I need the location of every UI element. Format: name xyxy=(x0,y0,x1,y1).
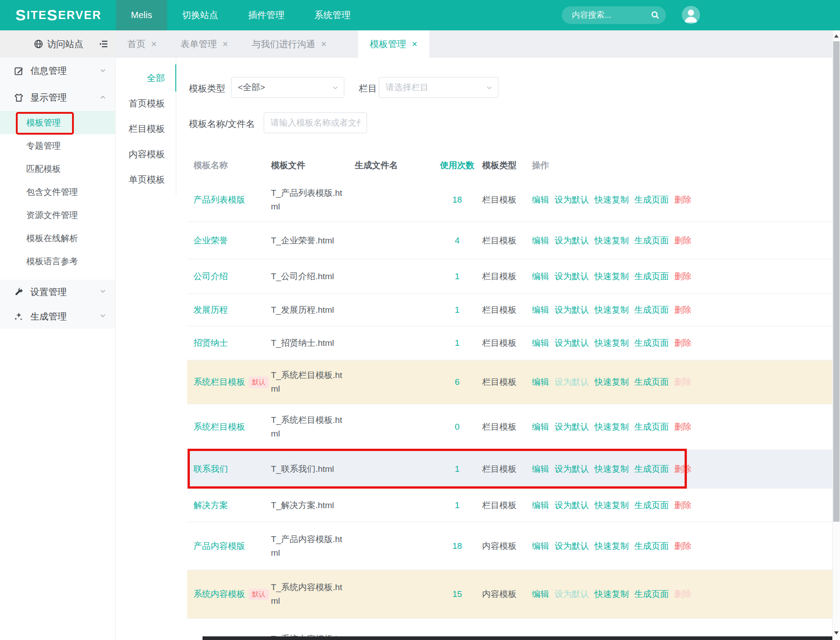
generate-page-link[interactable]: 生成页面 xyxy=(634,377,669,387)
quick-copy-link[interactable]: 快速复制 xyxy=(594,338,629,348)
close-icon[interactable]: ✕ xyxy=(151,40,157,48)
delete-link[interactable]: 删除 xyxy=(674,236,691,245)
template-name-link[interactable]: 解决方案 xyxy=(193,499,228,511)
sidebar-item-include-file-management[interactable]: 包含文件管理 xyxy=(0,180,115,204)
template-name-link[interactable]: 系统栏目模板 xyxy=(193,421,245,433)
edit-link[interactable]: 编辑 xyxy=(532,305,549,315)
edit-link[interactable]: 编辑 xyxy=(532,195,549,204)
edit-link[interactable]: 编辑 xyxy=(532,377,549,387)
edit-link[interactable]: 编辑 xyxy=(532,236,549,245)
delete-link[interactable]: 删除 xyxy=(674,422,691,432)
tab-communicate-with-us[interactable]: 与我们进行沟通 ✕ xyxy=(240,30,338,58)
set-default-link[interactable]: 设为默认 xyxy=(555,305,589,315)
scrollbar-thumb[interactable] xyxy=(833,41,840,522)
generate-page-link[interactable]: 生成页面 xyxy=(634,305,669,315)
close-icon[interactable]: ✕ xyxy=(321,40,327,48)
tab-template-management[interactable]: 模板管理 ✕ xyxy=(357,30,430,58)
sidebar-item-display-management[interactable]: 显示管理 xyxy=(0,84,115,111)
edit-link[interactable]: 编辑 xyxy=(532,464,549,474)
tab-home[interactable]: 首页 ✕ xyxy=(116,30,169,58)
quick-copy-link[interactable]: 快速复制 xyxy=(594,464,629,474)
sidebar-item-template-language-reference[interactable]: 模板语言参考 xyxy=(0,250,115,273)
delete-link[interactable]: 删除 xyxy=(674,464,691,474)
user-avatar[interactable] xyxy=(682,6,700,24)
sidebar-item-match-template[interactable]: 匹配模板 xyxy=(0,157,115,180)
template-name-link[interactable]: 公司介绍 xyxy=(193,271,228,282)
edit-link[interactable]: 编辑 xyxy=(532,272,549,281)
delete-link[interactable]: 删除 xyxy=(674,338,691,348)
template-name-link[interactable]: 联系我们 xyxy=(193,463,228,475)
quick-copy-link[interactable]: 快速复制 xyxy=(594,195,629,204)
close-icon[interactable]: ✕ xyxy=(411,40,417,48)
sidebar-item-topic-management[interactable]: 专题管理 xyxy=(0,134,115,157)
sidebar-item-template-management[interactable]: 模板管理 xyxy=(0,111,115,134)
close-icon[interactable]: ✕ xyxy=(222,40,228,48)
generate-page-link[interactable]: 生成页面 xyxy=(634,195,669,204)
edit-link[interactable]: 编辑 xyxy=(532,589,549,599)
generate-page-link[interactable]: 生成页面 xyxy=(634,422,669,432)
quick-copy-link[interactable]: 快速复制 xyxy=(594,589,629,599)
nav-site-melis[interactable]: Melis xyxy=(116,0,167,30)
quick-copy-link[interactable]: 快速复制 xyxy=(594,272,629,281)
sidebar-item-info-management[interactable]: 信息管理 xyxy=(0,58,115,84)
set-default-link[interactable]: 设为默认 xyxy=(555,338,589,348)
quick-copy-link[interactable]: 快速复制 xyxy=(594,422,629,432)
tab-form-management[interactable]: 表单管理 ✕ xyxy=(169,30,240,58)
sidebar-item-template-online-parse[interactable]: 模板在线解析 xyxy=(0,227,115,250)
nav-system-management[interactable]: 系统管理 xyxy=(299,0,366,30)
quick-copy-link[interactable]: 快速复制 xyxy=(594,500,629,510)
template-name-link[interactable]: 产品内容模版 xyxy=(193,540,245,552)
sidebar-item-settings-management[interactable]: 设置管理 xyxy=(0,280,115,304)
delete-link[interactable]: 删除 xyxy=(674,272,691,281)
sidebar-item-resource-file-management[interactable]: 资源文件管理 xyxy=(0,204,115,227)
subnav-all[interactable]: 全部 xyxy=(116,65,176,91)
set-default-link[interactable]: 设为默认 xyxy=(555,541,589,551)
delete-link[interactable]: 删除 xyxy=(674,305,691,315)
generate-page-link[interactable]: 生成页面 xyxy=(634,541,669,551)
generate-page-link[interactable]: 生成页面 xyxy=(634,464,669,474)
siteserver-logo[interactable]: SITESERVER xyxy=(15,0,101,30)
generate-page-link[interactable]: 生成页面 xyxy=(634,272,669,281)
subnav-content-template[interactable]: 内容模板 xyxy=(116,141,176,167)
template-name-link[interactable]: 系统栏目模板 xyxy=(193,376,245,388)
set-default-link[interactable]: 设为默认 xyxy=(555,500,589,510)
set-default-link[interactable]: 设为默认 xyxy=(555,272,589,281)
nav-switch-site[interactable]: 切换站点 xyxy=(167,0,233,30)
edit-link[interactable]: 编辑 xyxy=(532,500,549,510)
edit-link[interactable]: 编辑 xyxy=(532,338,549,348)
scroll-up-arrow-icon[interactable] xyxy=(834,34,839,38)
template-name-link[interactable]: 招贤纳士 xyxy=(193,337,228,349)
template-name-link[interactable]: 系统内容模板 xyxy=(193,588,245,600)
delete-link[interactable]: 删除 xyxy=(674,500,691,510)
generate-page-link[interactable]: 生成页面 xyxy=(634,589,669,599)
template-name-link[interactable]: 发展历程 xyxy=(193,304,228,316)
subnav-home-template[interactable]: 首页模板 xyxy=(116,91,176,116)
column-select[interactable]: 请选择栏目 xyxy=(379,77,498,98)
menu-fold-icon[interactable] xyxy=(98,39,109,49)
visit-site-button[interactable]: 访问站点 xyxy=(0,30,115,58)
delete-link[interactable]: 删除 xyxy=(674,541,691,551)
nav-plugin-management[interactable]: 插件管理 xyxy=(233,0,299,30)
subnav-single-page-template[interactable]: 单页模板 xyxy=(116,167,176,192)
sidebar-item-generate-management[interactable]: 生成管理 xyxy=(0,304,115,329)
vertical-scrollbar[interactable] xyxy=(832,30,840,640)
set-default-link[interactable]: 设为默认 xyxy=(555,464,589,474)
search-icon[interactable] xyxy=(651,10,660,19)
scroll-down-arrow-icon[interactable] xyxy=(834,631,839,635)
quick-copy-link[interactable]: 快速复制 xyxy=(594,236,629,245)
subnav-channel-template[interactable]: 栏目模板 xyxy=(116,116,176,141)
quick-copy-link[interactable]: 快速复制 xyxy=(594,541,629,551)
template-type-select[interactable]: <全部> xyxy=(231,77,344,98)
template-name-filter-input[interactable] xyxy=(264,112,367,133)
set-default-link[interactable]: 设为默认 xyxy=(555,195,589,204)
generate-page-link[interactable]: 生成页面 xyxy=(634,236,669,245)
template-name-link[interactable]: 企业荣誉 xyxy=(193,235,228,247)
edit-link[interactable]: 编辑 xyxy=(532,541,549,551)
set-default-link[interactable]: 设为默认 xyxy=(555,236,589,245)
generate-page-link[interactable]: 生成页面 xyxy=(634,338,669,348)
edit-link[interactable]: 编辑 xyxy=(532,422,549,432)
content-search-input[interactable] xyxy=(572,10,677,20)
set-default-link[interactable]: 设为默认 xyxy=(555,422,589,432)
quick-copy-link[interactable]: 快速复制 xyxy=(594,305,629,315)
generate-page-link[interactable]: 生成页面 xyxy=(634,500,669,510)
